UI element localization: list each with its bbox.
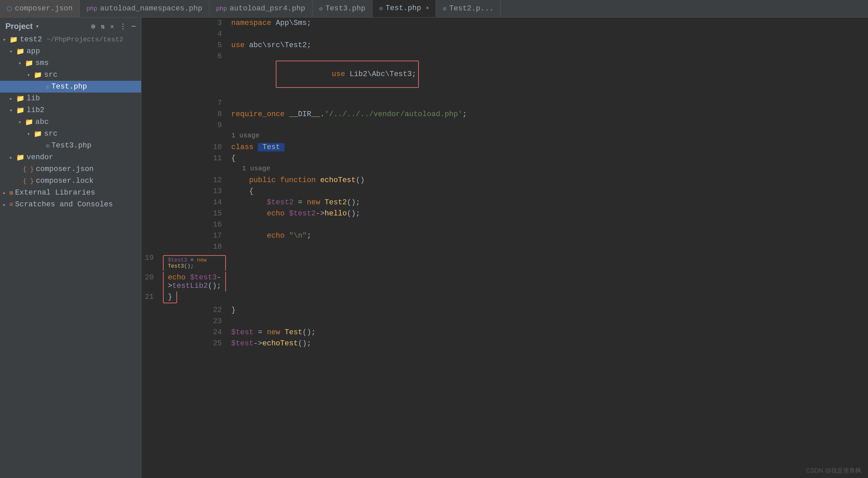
code-line-3: 3 namespace App\Sms; [142,18,868,29]
line-content: { [228,186,868,197]
highlighted-region: 19 $test3 = new Test3(); 20 echo $test3-… [142,252,228,305]
line-number: 9 [142,120,228,131]
expand-chevron: ▾ [9,48,15,55]
json-icon: { } [23,178,34,185]
tab-label: Test3.php [325,4,365,13]
close-icon[interactable]: ✕ [110,22,114,31]
expand-chevron: ▾ [27,72,32,78]
tree-item-src[interactable]: ▾ 📁 src [0,69,141,81]
watermark: CSDN @我是唐青枫 [806,467,861,475]
line-content-20: echo $test3->testLib2(); [160,272,228,291]
line-number: 10 [142,142,228,153]
line-content: use Lib2\Abc\Test3; [228,51,868,98]
expand-chevron: ▾ [18,119,24,126]
line-number: 23 [142,316,228,327]
code-line-15: 15 echo $test2->hello(); [142,208,868,219]
add-icon[interactable]: ⊕ [91,22,95,31]
close-tab-button[interactable]: × [426,5,429,11]
expand-chevron: ▸ [3,201,8,208]
line-number: 5 [142,40,228,51]
folder-icon: 📁 [16,47,25,56]
tab-composer-json[interactable]: ⬡ composer.json [0,0,80,17]
line-content: $test = new Test(); [228,327,868,338]
tree-item-label: test2 [20,35,46,44]
tree-item-composer-lock[interactable]: ▸ { } composer.lock [0,175,141,187]
header-icons: ⊕ ⇅ ✕ ⋮ — [91,22,136,31]
expand-chevron: ▾ [9,107,15,114]
php-icon: php [87,5,97,12]
line-number: 22 [142,305,228,316]
folder-icon: 📁 [25,59,33,67]
line-number: 25 [142,338,228,349]
tree-item-sms[interactable]: ▾ 📁 sms [0,57,141,69]
line-content: $test->echoTest(); [228,338,868,349]
tab-autoload-psr4[interactable]: php autoload_psr4.php [210,0,312,17]
sync-icon[interactable]: ⇅ [101,22,105,31]
scratches-icon: ≡ [9,201,13,208]
code-line-5: 5 use abc\src\Test2; [142,40,868,51]
tree-item-test2[interactable]: ▾ 📁 test2 ~/PhpProjects/test2 [0,34,141,45]
line-number [142,131,228,142]
php-blue-icon: ⊙ [319,5,323,12]
tab-autoload-namespaces[interactable]: php autoload_namespaces.php [80,0,210,17]
tab-test2[interactable]: ⊙ Test2.p... [436,0,501,17]
tree-item-app[interactable]: ▾ 📁 app [0,45,141,57]
tab-label: autoload_namespaces.php [100,4,203,13]
line-content: public function echoTest() [228,175,868,186]
code-line-17: 17 echo "\n"; [142,230,868,241]
tree-item-label: sms [35,59,49,67]
code-line-23: 23 [142,316,868,327]
code-line-25: 25 $test->echoTest(); [142,338,868,349]
external-libs-icon: ⊞ [9,189,13,197]
code-line-6: 6 use Lib2\Abc\Test3; [142,51,868,98]
more-icon[interactable]: ⋮ [120,22,126,31]
tree-item-label: Scratches and Consoles [15,200,113,209]
minimize-icon[interactable]: — [132,22,136,31]
line-number: 8 [142,109,228,120]
folder-icon: 📁 [16,153,25,162]
project-title: Project [5,22,33,31]
tree-item-scratches[interactable]: ▸ ≡ Scratches and Consoles [0,199,141,211]
tab-test[interactable]: ⊙ Test.php × [372,0,436,17]
line-content [228,98,868,109]
line-number: 4 [142,29,228,40]
line-number-21: 21 [142,291,160,305]
code-editor[interactable]: 3 namespace App\Sms; 4 5 use abc\src\Tes… [142,18,868,478]
tree-item-external-libs[interactable]: ▸ ⊞ External Libraries [0,187,141,199]
tree-item-label: lib [27,94,40,103]
tree-item-vendor[interactable]: ▸ 📁 vendor [0,152,141,163]
folder-icon: 📁 [16,94,25,103]
php-icon: php [216,5,227,12]
folder-icon: 📁 [34,71,42,79]
tree-item-src2[interactable]: ▾ 📁 src [0,128,141,140]
tree-item-composer-json[interactable]: ▸ { } composer.json [0,163,141,175]
expand-chevron: ▸ [9,154,15,161]
tab-test3[interactable]: ⊙ Test3.php [312,0,373,17]
usage-hint-2: 1 usage [142,164,868,175]
tree-item-lib2[interactable]: ▾ 📁 lib2 [0,104,141,116]
tree-item-abc[interactable]: ▾ 📁 abc [0,116,141,128]
project-chevron[interactable]: ▾ [35,23,39,30]
line-content [228,316,868,327]
tree-item-label: Test.php [52,83,87,91]
code-line-4: 4 [142,29,868,40]
tree-item-lib[interactable]: ▸ 📁 lib [0,93,141,104]
line-number: 6 [142,51,228,98]
tab-bar: ⬡ composer.json php autoload_namespaces.… [0,0,868,18]
line-number: 18 [142,241,228,252]
line-content-19: $test3 = new Test3(); [160,252,228,272]
tree-item-label: Test3.php [52,141,92,150]
tree-item-label: External Libraries [15,189,95,197]
php-blue-icon: ⊙ [379,5,383,12]
tree-item-label: lib2 [27,106,44,115]
code-line-9: 9 [142,120,868,131]
code-line-16: 16 [142,219,868,230]
tree-item-test-php[interactable]: ▸ ⊙ Test.php [0,81,141,93]
line-number: 15 [142,208,228,219]
expand-chevron: ▾ [18,60,24,67]
php-file-icon: ⊙ [46,83,50,91]
line-content: $test2 = new Test2(); [228,197,868,208]
tree-item-test3-php[interactable]: ▸ ⊙ Test3.php [0,140,141,152]
line-number-20: 20 [142,272,160,291]
line-number: 24 [142,327,228,338]
